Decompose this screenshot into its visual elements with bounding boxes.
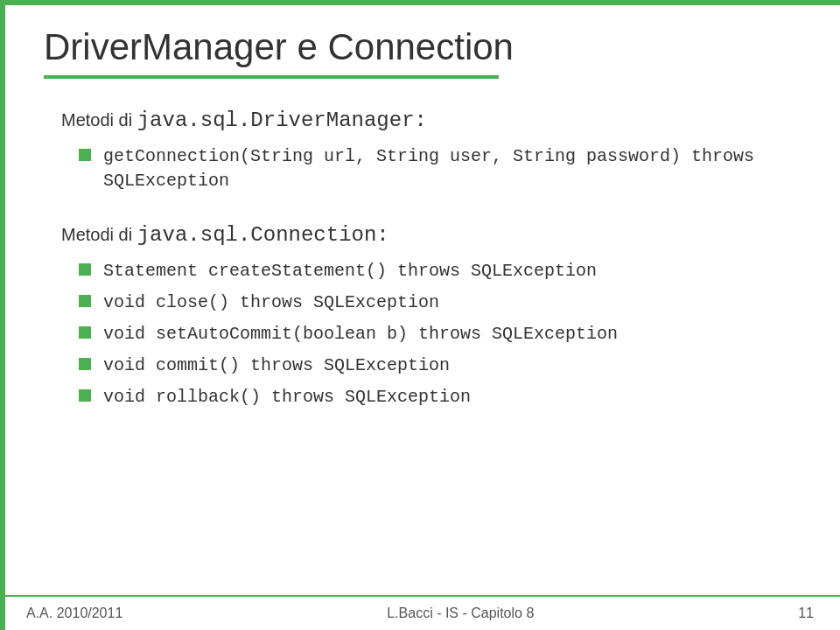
section2-heading-mono: java.sql.Connection: (137, 223, 389, 247)
section2-heading: Metodi di java.sql.Connection: (61, 220, 796, 247)
left-accent-bar (0, 0, 5, 630)
section1-heading-mono: java.sql.DriverManager: (137, 108, 427, 132)
list-item: getConnection(String url, String user, S… (79, 144, 796, 193)
bullet-text: getConnection(String url, String user, S… (103, 144, 796, 193)
bullet-text: void commit() throws SQLException (103, 354, 450, 378)
section2-heading-normal: Metodi di (61, 225, 137, 244)
section1-heading: Metodi di java.sql.DriverManager: (61, 105, 796, 132)
bullet-text: void close() throws SQLException (103, 290, 439, 315)
section2: Metodi di java.sql.Connection: Statement… (61, 220, 796, 410)
section1-bullet-list: getConnection(String url, String user, S… (79, 144, 796, 193)
top-accent-bar (0, 0, 840, 5)
footer-right: 11 (798, 606, 814, 621)
footer-left: A.A. 2010/2011 (26, 606, 122, 621)
slide-title: DriverManager e Connection (44, 26, 796, 68)
footer-center: L.Bacci - IS - Capitolo 8 (387, 606, 534, 621)
section1: Metodi di java.sql.DriverManager: getCon… (61, 105, 796, 193)
bullet-icon (79, 389, 91, 402)
slide: DriverManager e Connection Metodi di jav… (0, 0, 840, 630)
list-item: void setAutoCommit(boolean b) throws SQL… (79, 322, 796, 346)
footer: A.A. 2010/2011 L.Bacci - IS - Capitolo 8… (0, 595, 840, 630)
content-section: Metodi di java.sql.DriverManager: getCon… (61, 105, 796, 436)
bullet-icon (79, 295, 91, 307)
bullet-text: void setAutoCommit(boolean b) throws SQL… (103, 322, 618, 346)
list-item: void close() throws SQLException (79, 290, 796, 315)
bullet-icon (79, 326, 91, 339)
bullet-text: void rollback() throws SQLException (103, 385, 471, 410)
section2-bullet-list: Statement createStatement() throws SQLEx… (79, 259, 796, 410)
section1-heading-normal: Metodi di (61, 110, 137, 130)
title-underline (44, 75, 499, 79)
list-item: Statement createStatement() throws SQLEx… (79, 259, 796, 284)
title-section: DriverManager e Connection (44, 26, 796, 79)
bullet-icon (79, 358, 91, 370)
bullet-icon (79, 149, 91, 161)
list-item: void rollback() throws SQLException (79, 385, 796, 410)
bullet-text: Statement createStatement() throws SQLEx… (103, 259, 597, 284)
bullet-icon (79, 263, 91, 276)
list-item: void commit() throws SQLException (79, 354, 796, 378)
